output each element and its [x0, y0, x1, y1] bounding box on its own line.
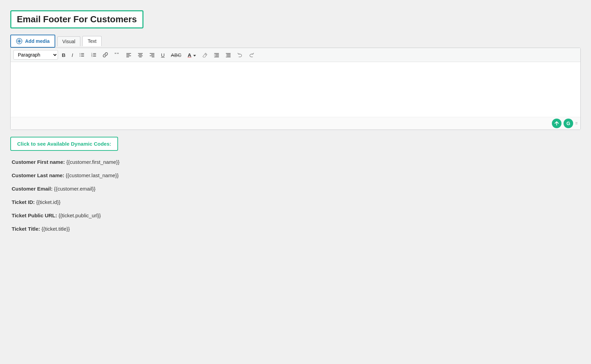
- tab-row: Add media Visual Text: [10, 35, 581, 48]
- field-code: {{customer.last_name}}: [64, 172, 118, 178]
- svg-marker-39: [226, 54, 227, 56]
- blockquote-button[interactable]: " ": [112, 51, 122, 59]
- list-item: Customer Last name: {{customer.last_name…: [10, 172, 581, 178]
- field-label: Ticket Title:: [12, 226, 40, 232]
- grammarly-g-icon[interactable]: G: [564, 119, 573, 128]
- undo-icon: [237, 52, 243, 58]
- eraser-button[interactable]: [200, 51, 210, 59]
- add-media-label: Add media: [25, 38, 50, 44]
- svg-rect-33: [214, 57, 219, 58]
- text-color-button[interactable]: A: [185, 51, 198, 59]
- link-button[interactable]: [100, 51, 111, 59]
- svg-text:3.: 3.: [91, 55, 93, 57]
- editor-wrapper: Paragraph B I 1. 2. 3.: [10, 48, 581, 130]
- field-code: {{ticket.public_url}}: [57, 213, 101, 218]
- svg-marker-34: [214, 54, 215, 56]
- indent-icon: [214, 52, 219, 58]
- align-right-button[interactable]: [147, 51, 157, 59]
- redo-button[interactable]: [246, 51, 257, 59]
- svg-rect-13: [93, 56, 96, 57]
- svg-rect-5: [81, 55, 84, 56]
- svg-rect-37: [227, 56, 231, 56]
- list-item: Ticket Public URL: {{ticket.public_url}}: [10, 213, 581, 218]
- align-left-button[interactable]: [124, 51, 134, 59]
- outdent-button[interactable]: [223, 51, 233, 59]
- svg-rect-30: [214, 53, 219, 54]
- field-label: Customer Email:: [12, 186, 53, 192]
- underline-button[interactable]: U: [159, 51, 167, 59]
- field-label: Ticket Public URL:: [12, 213, 57, 218]
- svg-rect-21: [139, 54, 142, 55]
- link-icon: [103, 52, 108, 58]
- add-media-button[interactable]: Add media: [10, 35, 55, 48]
- editor-toolbar: Paragraph B I 1. 2. 3.: [11, 48, 580, 62]
- svg-rect-11: [93, 55, 96, 56]
- svg-rect-26: [150, 56, 154, 56]
- svg-rect-38: [226, 57, 231, 58]
- svg-rect-24: [150, 53, 154, 54]
- indent-button[interactable]: [211, 51, 222, 59]
- svg-rect-6: [80, 56, 80, 57]
- align-right-icon: [149, 52, 155, 58]
- unordered-list-icon: [79, 52, 85, 58]
- tab-visual[interactable]: Visual: [57, 36, 81, 46]
- resize-handle: ⠿: [575, 122, 578, 125]
- svg-rect-3: [81, 53, 84, 54]
- field-label: Ticket ID:: [12, 199, 35, 205]
- svg-text:": ": [115, 52, 116, 57]
- italic-button[interactable]: I: [69, 51, 76, 59]
- svg-rect-2: [80, 53, 80, 54]
- list-item: Customer First name: {{customer.first_na…: [10, 159, 581, 165]
- field-code: {{ticket.id}}: [35, 199, 60, 205]
- dynamic-fields-list: Customer First name: {{customer.first_na…: [10, 159, 581, 232]
- strikethrough-button[interactable]: ABC: [169, 51, 184, 59]
- svg-rect-36: [227, 54, 231, 55]
- svg-rect-18: [126, 56, 131, 56]
- text-color-dropdown-icon: [193, 54, 196, 57]
- list-item: Ticket Title: {{ticket.title}}: [10, 226, 581, 232]
- dynamic-codes-button[interactable]: Click to see Available Dynamic Codes:: [10, 137, 118, 151]
- redo-icon: [249, 52, 254, 58]
- svg-rect-25: [151, 54, 154, 55]
- svg-rect-35: [226, 53, 231, 54]
- field-label: Customer Last name:: [12, 172, 64, 178]
- svg-rect-27: [152, 57, 154, 58]
- paragraph-select[interactable]: Paragraph: [13, 50, 58, 60]
- svg-rect-19: [126, 57, 129, 58]
- align-left-icon: [126, 52, 131, 58]
- svg-rect-23: [139, 57, 142, 58]
- svg-line-29: [205, 54, 206, 55]
- outdent-icon: [225, 52, 231, 58]
- eraser-icon: [202, 52, 208, 58]
- svg-rect-4: [80, 54, 80, 55]
- unordered-list-button[interactable]: [77, 51, 87, 59]
- add-media-icon: [16, 38, 23, 45]
- svg-rect-20: [138, 53, 143, 54]
- svg-rect-16: [126, 53, 131, 54]
- tab-text[interactable]: Text: [82, 36, 102, 46]
- align-center-icon: [138, 52, 143, 58]
- bold-button[interactable]: B: [59, 51, 68, 59]
- svg-marker-28: [193, 55, 196, 57]
- blockquote-icon: " ": [114, 52, 120, 58]
- grammarly-arrow-icon[interactable]: [552, 119, 561, 128]
- svg-rect-22: [138, 56, 143, 56]
- list-item: Customer Email: {{customer.email}}: [10, 186, 581, 192]
- svg-rect-17: [126, 54, 130, 55]
- ordered-list-icon: 1. 2. 3.: [91, 52, 96, 58]
- ordered-list-button[interactable]: 1. 2. 3.: [89, 51, 99, 59]
- svg-rect-9: [93, 53, 96, 54]
- field-code: {{ticket.title}}: [40, 226, 70, 232]
- editor-content[interactable]: [11, 62, 580, 117]
- field-label: Customer First name:: [12, 159, 65, 165]
- undo-button[interactable]: [235, 51, 245, 59]
- field-code: {{customer.email}}: [53, 186, 95, 192]
- svg-rect-7: [81, 56, 84, 57]
- svg-text:": ": [117, 52, 119, 57]
- list-item: Ticket ID: {{ticket.id}}: [10, 199, 581, 205]
- editor-footer-bar: G ⠿: [11, 117, 580, 130]
- svg-rect-32: [215, 56, 219, 56]
- page-title: Email Footer For Customers: [10, 10, 143, 28]
- field-code: {{customer.first_name}}: [65, 159, 119, 165]
- align-center-button[interactable]: [135, 51, 146, 59]
